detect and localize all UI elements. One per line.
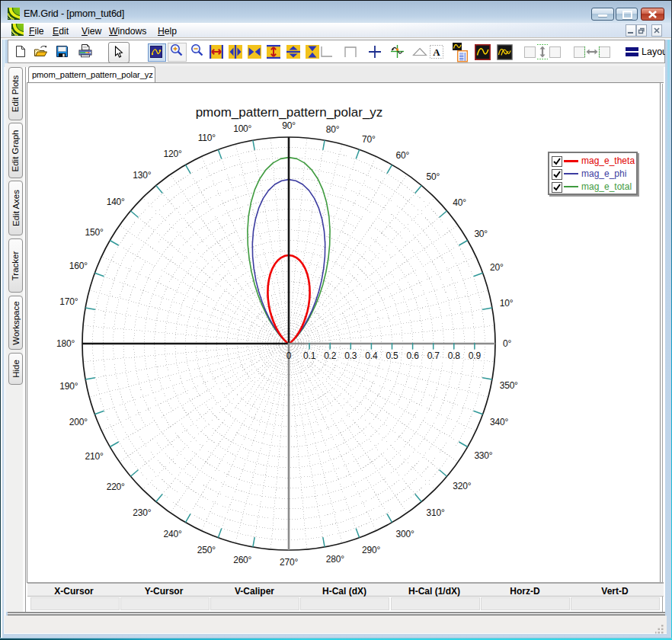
svg-text:210°: 210° <box>85 451 104 462</box>
svg-text:90°: 90° <box>282 120 296 131</box>
svg-text:150°: 150° <box>85 227 104 238</box>
svg-text:50°: 50° <box>427 171 440 182</box>
svg-text:140°: 140° <box>107 197 125 207</box>
svg-text:0: 0 <box>286 350 292 361</box>
svg-text:190°: 190° <box>59 381 78 392</box>
svg-text:0.5: 0.5 <box>386 350 398 361</box>
svg-text:350°: 350° <box>500 380 518 391</box>
svg-text:290°: 290° <box>362 545 380 555</box>
svg-text:A: A <box>433 46 440 58</box>
svg-text:200°: 200° <box>69 417 88 427</box>
svg-text:40°: 40° <box>453 197 466 208</box>
svg-text:230°: 230° <box>133 507 151 518</box>
svg-text:110°: 110° <box>198 133 216 143</box>
svg-text:120°: 120° <box>163 149 181 159</box>
svg-text:0.1: 0.1 <box>303 350 316 361</box>
svg-text:240°: 240° <box>163 529 181 539</box>
svg-text:0.9: 0.9 <box>469 350 482 361</box>
svg-text:0°: 0° <box>503 338 511 349</box>
svg-text:160°: 160° <box>69 261 88 271</box>
svg-text:20°: 20° <box>490 262 504 273</box>
svg-text:130°: 130° <box>133 170 151 181</box>
svg-text:340°: 340° <box>490 417 508 427</box>
svg-text:30°: 30° <box>474 229 488 239</box>
svg-text:310°: 310° <box>427 507 445 518</box>
svg-text:80°: 80° <box>326 124 340 135</box>
svg-text:0.8: 0.8 <box>448 350 461 361</box>
svg-text:60°: 60° <box>396 150 410 161</box>
svg-text:100°: 100° <box>233 123 251 134</box>
svg-text:320°: 320° <box>453 481 471 491</box>
svg-text:0.3: 0.3 <box>344 350 357 361</box>
svg-text:70°: 70° <box>362 134 376 145</box>
svg-text:300°: 300° <box>396 529 414 539</box>
svg-text:330°: 330° <box>474 450 492 461</box>
svg-text:0.2: 0.2 <box>324 350 337 361</box>
svg-text:0.6: 0.6 <box>407 350 420 361</box>
svg-text:170°: 170° <box>59 296 78 307</box>
svg-text:0.4: 0.4 <box>365 350 378 361</box>
svg-text:0.7: 0.7 <box>427 350 440 361</box>
svg-text:220°: 220° <box>107 482 125 492</box>
svg-text:10°: 10° <box>500 298 514 309</box>
svg-text:270°: 270° <box>280 557 298 568</box>
svg-text:180°: 180° <box>56 338 75 349</box>
svg-text:260°: 260° <box>233 555 251 565</box>
svg-text:pmom_pattern_pattern_polar_yz: pmom_pattern_pattern_polar_yz <box>196 105 383 120</box>
svg-text:280°: 280° <box>326 554 344 565</box>
svg-text:250°: 250° <box>197 545 216 555</box>
